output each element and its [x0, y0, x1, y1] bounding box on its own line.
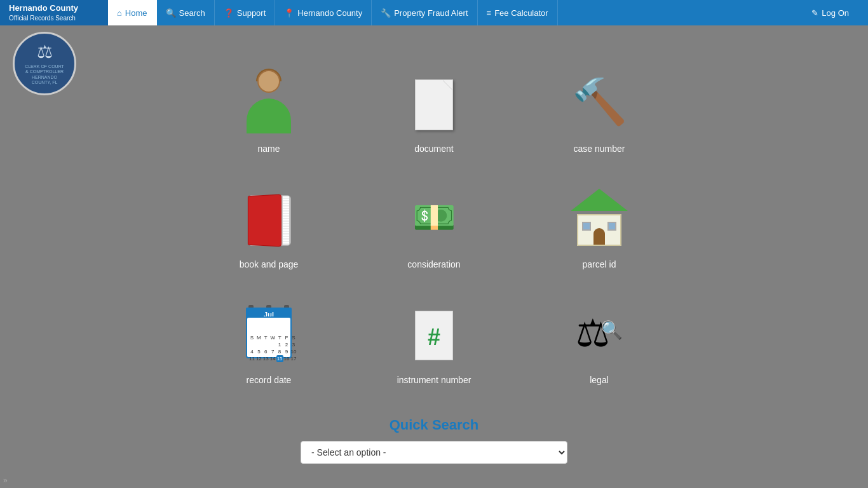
calculator-icon: ≡ — [487, 8, 492, 18]
legal-label: legal — [590, 375, 609, 385]
logo-circle: ⚖ CLERK OF COURT& COMPTROLLERHERNANDOCOU… — [13, 32, 76, 95]
nav-hernando-label: Hernando County — [297, 8, 362, 18]
nav-search[interactable]: 🔍 Search — [157, 0, 215, 25]
navbar: Hernando County Official Records Search … — [0, 0, 868, 25]
house-icon — [574, 189, 625, 246]
book-and-page-label: book and page — [240, 259, 299, 269]
instrument-number-label: instrument number — [397, 375, 471, 385]
case-number-label: case number — [574, 144, 625, 154]
logo-inner: ⚖ CLERK OF COURT& COMPTROLLERHERNANDOCOU… — [25, 41, 64, 85]
search-item-instrument-number[interactable]: # instrument number — [370, 288, 498, 391]
nav-home[interactable]: ⌂ Home — [108, 0, 157, 25]
nav-login-label: Log On — [822, 8, 849, 18]
nav-fraud-label: Property Fraud Alert — [394, 8, 468, 18]
search-grid: name document 🔨 case number — [205, 57, 663, 391]
search-item-document[interactable]: document — [370, 57, 498, 160]
instrument-icon-area: # — [396, 295, 472, 371]
wrench-icon: 🔧 — [381, 8, 391, 18]
consideration-label: consideration — [407, 259, 460, 269]
search-item-name[interactable]: name — [205, 57, 332, 160]
gavel-icon: 🔨 — [572, 76, 627, 128]
brand-title: Hernando County — [9, 3, 99, 14]
parcel-id-label: parcel id — [583, 259, 616, 269]
nav-brand: Hernando County Official Records Search — [0, 0, 108, 25]
legal-icon-area: ⚖ 🔍 — [561, 295, 637, 371]
parcel-icon-area — [561, 179, 637, 255]
magnify-icon: 🔍 — [600, 320, 623, 341]
search-item-record-date[interactable]: Jul SMTWTFS 123 45678910 11121314151617 … — [205, 288, 332, 391]
document-icon-area — [396, 64, 472, 140]
quick-search-section: Quick Search - Select an option - Name D… — [275, 417, 593, 464]
main-content: name document 🔨 case number — [0, 25, 868, 488]
nav-fraud[interactable]: 🔧 Property Fraud Alert — [372, 0, 477, 25]
logo-text: CLERK OF COURT& COMPTROLLERHERNANDOCOUNT… — [25, 64, 64, 86]
nav-right: ✎ Log On — [803, 0, 868, 25]
nav-support-label: Support — [237, 8, 266, 18]
quick-search-select[interactable]: - Select an option - Name Document Case … — [301, 441, 567, 464]
search-item-case-number[interactable]: 🔨 case number — [536, 57, 663, 160]
nav-search-label: Search — [179, 8, 205, 18]
support-icon: ❓ — [224, 8, 234, 18]
home-icon: ⌂ — [117, 8, 122, 18]
nav-login[interactable]: ✎ Log On — [803, 8, 858, 18]
name-icon-area — [231, 64, 307, 140]
quick-search-title: Quick Search — [390, 417, 479, 433]
book-icon-area — [231, 179, 307, 255]
search-item-parcel-id[interactable]: parcel id — [536, 173, 663, 276]
nav-fee-label: Fee Calculator — [494, 8, 548, 18]
person-icon — [243, 70, 294, 133]
search-item-book-and-page[interactable]: book and page — [205, 173, 332, 276]
brand-subtitle: Official Records Search — [9, 14, 99, 22]
nav-home-label: Home — [125, 8, 147, 18]
nav-items: ⌂ Home 🔍 Search ❓ Support 📍 Hernando Cou… — [108, 0, 558, 25]
nav-fee[interactable]: ≡ Fee Calculator — [478, 0, 558, 25]
search-icon: 🔍 — [166, 8, 176, 18]
book-icon — [243, 189, 294, 246]
document-label: document — [414, 144, 453, 154]
search-item-consideration[interactable]: 💵 consideration — [370, 173, 498, 276]
bottom-arrow: » — [3, 476, 8, 485]
logo-area: ⚖ CLERK OF COURT& COMPTROLLERHERNANDOCOU… — [13, 32, 76, 95]
money-icon: 💵 — [412, 197, 456, 238]
name-label: name — [257, 144, 280, 154]
record-date-label: record date — [247, 375, 292, 385]
calendar-icon-area: Jul SMTWTFS 123 45678910 11121314151617 — [231, 295, 307, 371]
calendar-icon: Jul SMTWTFS 123 45678910 11121314151617 — [243, 308, 294, 358]
nav-support[interactable]: ❓ Support — [215, 0, 276, 25]
login-icon: ✎ — [811, 8, 818, 18]
document-icon — [412, 73, 456, 130]
consideration-icon-area: 💵 — [396, 179, 472, 255]
search-item-legal[interactable]: ⚖ 🔍 legal — [536, 288, 663, 391]
location-icon: 📍 — [284, 8, 294, 18]
case-number-icon-area: 🔨 — [561, 64, 637, 140]
scales-icon: ⚖ — [25, 41, 64, 63]
nav-hernando[interactable]: 📍 Hernando County — [275, 0, 372, 25]
hash-icon: # — [412, 306, 456, 360]
